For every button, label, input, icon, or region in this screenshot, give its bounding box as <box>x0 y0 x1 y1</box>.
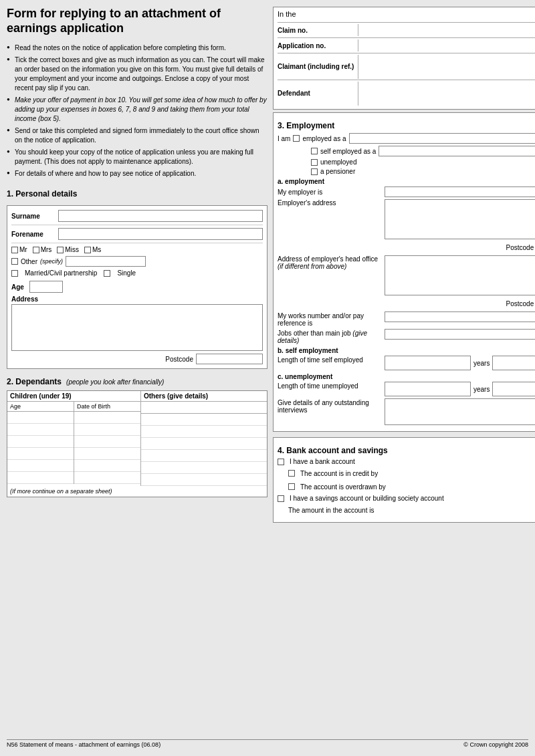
page: Form for replying to an attachment of ea… <box>0 0 535 756</box>
other-checkbox[interactable] <box>11 258 18 265</box>
instruction-1: Read the notes on the notice of applicat… <box>7 43 268 53</box>
application-no-input[interactable] <box>358 39 535 51</box>
self-emp-years-label: years <box>473 360 490 367</box>
instruction-3: Make your offer of payment in box 10. Yo… <box>7 96 268 124</box>
main-content: Form for replying to an attachment of ea… <box>7 7 528 735</box>
pensioner-label: a pensioner <box>320 168 355 175</box>
employed-checkbox[interactable] <box>293 135 300 142</box>
self-emp-length-label: Length of time self employed <box>278 356 385 364</box>
self-emp-months-input[interactable] <box>492 356 535 370</box>
works-number-label: My works number and/or pay reference is <box>278 311 385 327</box>
claim-no-input[interactable] <box>358 24 535 36</box>
title-checkboxes: Mr Mrs Miss Ms <box>11 246 263 253</box>
interviews-input[interactable] <box>385 398 535 425</box>
employer-address-input[interactable] <box>385 199 535 239</box>
others-header: Others (give details) <box>141 391 267 402</box>
pensioner-checkbox[interactable] <box>311 168 318 175</box>
account-credit-checkbox[interactable] <box>288 470 295 477</box>
dep-dob-1[interactable] <box>74 412 140 424</box>
instructions: Read the notes on the notice of applicat… <box>7 43 268 181</box>
dep-other-4[interactable] <box>141 450 267 462</box>
miss-label: Miss <box>65 246 79 253</box>
footer-left: N56 Statement of means - attachment of e… <box>7 741 160 748</box>
postcode-input[interactable] <box>196 354 263 364</box>
surname-input[interactable] <box>58 210 263 222</box>
other-specify-input[interactable] <box>66 256 146 267</box>
interviews-label: Give details of any outstanding intervie… <box>278 398 385 414</box>
employed-label: employed as a <box>302 135 346 142</box>
unemp-years-months: years months <box>385 382 535 396</box>
dep-age-5[interactable] <box>7 460 74 472</box>
dep-age-1[interactable] <box>7 412 74 424</box>
mr-label: Mr <box>19 246 27 253</box>
works-number-input[interactable] <box>385 311 535 322</box>
mrs-label: Mrs <box>41 246 52 253</box>
dep-age-6[interactable] <box>7 472 74 484</box>
dep-row-2 <box>7 424 140 436</box>
single-label: Single <box>117 269 136 277</box>
mr-checkbox[interactable] <box>11 247 18 253</box>
dep-other-1[interactable] <box>141 414 267 426</box>
dep-age-4[interactable] <box>7 448 74 460</box>
miss-checkbox[interactable] <box>57 247 64 253</box>
self-employed-row: self employed as a <box>311 146 535 156</box>
self-employed-checkbox[interactable] <box>311 148 318 154</box>
employer-address-block: Employer's address Postcode <box>278 199 535 253</box>
account-overdrawn-label: The account is overdrawn by <box>300 483 535 491</box>
employer-is-row: My employer is <box>278 186 535 197</box>
form-title: Form for replying to an attachment of ea… <box>7 7 268 35</box>
header-box: In the County Court Claim no. Applicatio… <box>273 7 535 110</box>
sub-b-title: b. self employment <box>278 347 535 354</box>
forename-input[interactable] <box>58 228 263 240</box>
defendant-input[interactable] <box>358 82 535 106</box>
dep-other-3[interactable] <box>141 438 267 450</box>
address-input[interactable] <box>11 304 263 351</box>
dep-other-6[interactable] <box>141 474 267 486</box>
claim-no-row: Claim no. <box>278 22 535 37</box>
dep-age-3[interactable] <box>7 436 74 448</box>
claimant-input[interactable] <box>358 55 535 79</box>
head-office-input[interactable] <box>385 255 535 295</box>
other-jobs-label: Jobs other than main job (give details) <box>278 329 385 344</box>
instruction-5: You should keep your copy of the notice … <box>7 148 268 166</box>
unemp-months-input[interactable] <box>492 382 535 396</box>
employer-address-label: Employer's address <box>278 199 385 207</box>
dep-dob-2[interactable] <box>74 424 140 436</box>
footer-right: © Crown copyright 2008 <box>463 741 528 748</box>
age-input[interactable] <box>29 281 63 293</box>
interviews-row: Give details of any outstanding intervie… <box>278 398 535 425</box>
dep-dob-6[interactable] <box>74 472 140 484</box>
claimant-label: Claimant (including ref.) <box>278 63 358 70</box>
other-jobs-input[interactable] <box>385 329 535 340</box>
dep-dob-5[interactable] <box>74 460 140 472</box>
dep-other-5[interactable] <box>141 462 267 474</box>
mr-checkbox-item: Mr <box>11 246 27 253</box>
ms-label: Ms <box>92 246 101 253</box>
employer-is-input[interactable] <box>385 186 535 197</box>
unemp-years-input[interactable] <box>385 382 471 396</box>
employment-section: 3. Employment I am employed as a self em… <box>273 112 535 432</box>
self-emp-years-input[interactable] <box>385 356 471 370</box>
unemployed-checkbox[interactable] <box>311 159 318 166</box>
married-checkbox[interactable] <box>11 270 18 277</box>
claim-no-label: Claim no. <box>278 27 358 34</box>
have-savings-checkbox[interactable] <box>278 495 284 502</box>
dep-other-2[interactable] <box>141 426 267 438</box>
employed-as-input[interactable] <box>349 133 536 144</box>
ms-checkbox[interactable] <box>84 247 91 253</box>
single-checkbox[interactable] <box>104 270 110 277</box>
dep-dob-3[interactable] <box>74 436 140 448</box>
have-bank-account-checkbox[interactable] <box>278 459 284 465</box>
section1-title: 1. Personal details <box>7 189 268 199</box>
savings-amount-label: The amount in the account is <box>288 507 535 514</box>
dep-dob-4[interactable] <box>74 448 140 460</box>
mrs-checkbox[interactable] <box>33 247 39 253</box>
dep-row-4 <box>7 448 140 460</box>
pensioner-row: a pensioner <box>311 168 535 175</box>
self-employed-as-input[interactable] <box>379 146 535 156</box>
sub-a-title: a. employment <box>278 178 535 185</box>
footer: N56 Statement of means - attachment of e… <box>7 739 528 749</box>
account-overdrawn-checkbox[interactable] <box>288 483 295 490</box>
mrs-checkbox-item: Mrs <box>33 246 52 253</box>
dep-age-2[interactable] <box>7 424 74 436</box>
